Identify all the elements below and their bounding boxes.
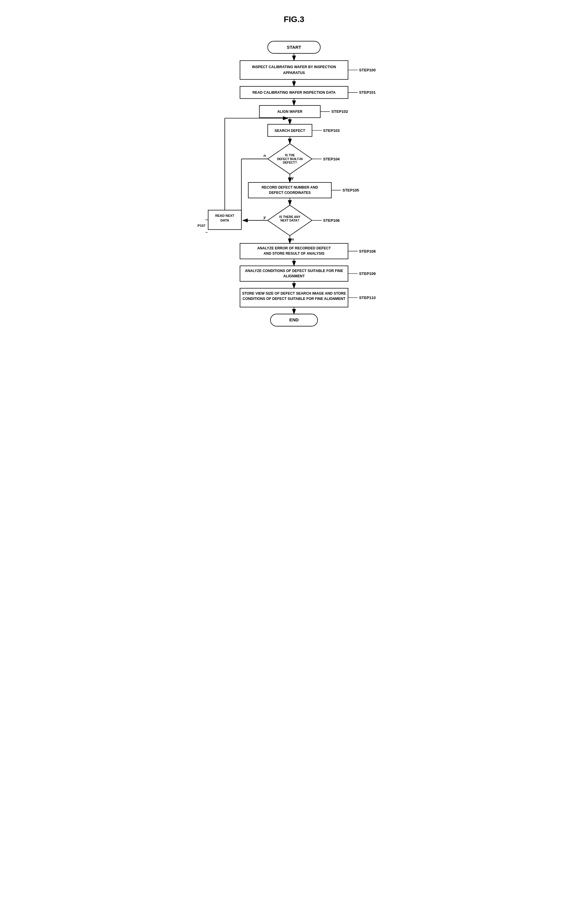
flowchart-diagram: START INSPECT CALIBRATING WAFER BY INSPE… [197,33,391,421]
step103-label: STEP103 [323,128,339,133]
step107-line1: READ NEXT [215,214,234,217]
step107-line2: DATA [220,218,229,222]
figure-title: FIG.3 [197,15,391,24]
step110-line2: CONDITIONS OF DEFECT SUITABLE FOR FINE A… [243,297,345,301]
step101-label: STEP101 [359,90,376,95]
page: FIG.3 START INSPECT CALIBRATING WAFER BY… [191,6,397,429]
svg-rect-18 [248,182,331,198]
svg-rect-3 [240,60,348,79]
step106-label: STEP106 [323,218,339,223]
step104-yes-label: y [291,176,294,180]
step104-line3: DEFECT? [283,161,297,164]
step109-line1: ANALYZE CONDITIONS OF DEFECT SUITABLE FO… [245,269,343,273]
step110-label: STEP110 [359,295,376,300]
svg-rect-35 [240,266,348,281]
step103-text: SEARCH DEFECT [275,129,306,133]
step101-text: READ CALIBRATING WAFER INSPECTION DATA [252,91,335,95]
step102-label: STEP102 [331,109,348,114]
step104-label: STEP104 [323,157,340,161]
step102-text: ALIGN WAFER [277,109,302,114]
svg-rect-32 [240,243,348,259]
step107-tilde: ~ [205,231,208,235]
step108-line2: AND STORE RESULT OF ANALYSIS [264,251,324,255]
step104-line2: DEFECT BUILT-IN [277,157,302,161]
step106-line2: NEXT DATA? [281,219,299,222]
step106-yes-label: y [263,215,266,220]
step109-label: STEP109 [359,271,376,276]
step106-no-label: n [292,237,294,241]
step108-line1: ANALYZE ERROR OF RECORDED DEFECT [257,246,331,250]
step105-label: STEP105 [342,188,359,192]
step106-line1: IS THERE ANY [279,215,301,218]
step110-line1: STORE VIEW SIZE OF DEFECT SEARCH IMAGE A… [242,291,346,295]
step100-line2: APPARATUS [283,71,305,75]
step105-line1: RECORD DEFECT NUMBER AND [262,185,318,189]
start-label: START [287,45,301,50]
step108-label: STEP108 [359,249,376,254]
end-label: END [289,317,299,322]
step104-line1: IS THE [285,154,295,157]
step107-label: STEP107 [197,224,205,228]
step105-line2: DEFECT COORDINATES [269,191,311,195]
step109-line2: ALIGNMENT [283,274,305,278]
step100-line1: INSPECT CALIBRATING WAFER BY INSPECTION [252,65,336,69]
step104-no-label: n [264,153,266,158]
step100-label: STEP100 [359,68,376,72]
